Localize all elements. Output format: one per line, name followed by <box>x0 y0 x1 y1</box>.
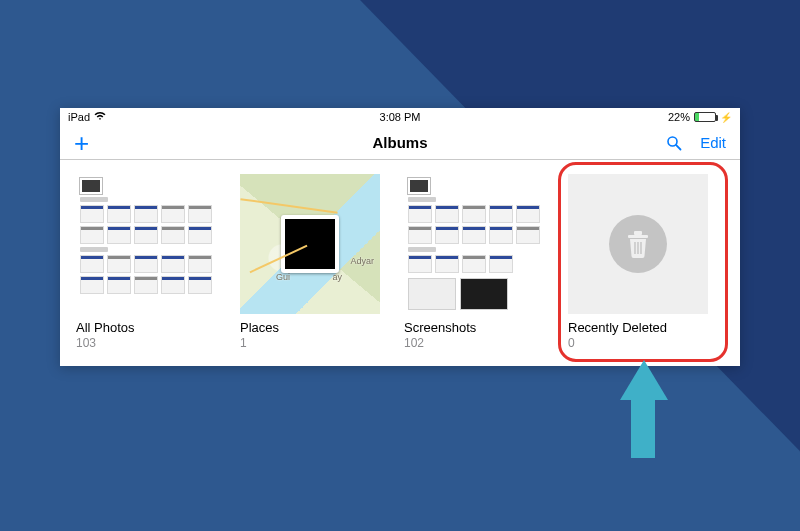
map-photo-pin <box>281 215 339 273</box>
device-name: iPad <box>68 111 90 123</box>
album-count: 1 <box>240 336 380 350</box>
album-screenshots[interactable]: Screenshots 102 <box>404 174 544 350</box>
svg-line-1 <box>676 145 680 149</box>
album-recently-deleted[interactable]: Recently Deleted 0 <box>568 174 708 350</box>
album-all-photos[interactable]: All Photos 103 <box>76 174 216 350</box>
album-thumbnail <box>76 174 216 314</box>
wifi-icon <box>94 111 106 123</box>
page-title: Albums <box>372 134 427 151</box>
trash-icon <box>609 215 667 273</box>
edit-button[interactable]: Edit <box>700 134 726 151</box>
album-label: Recently Deleted <box>568 320 708 335</box>
album-label: All Photos <box>76 320 216 335</box>
album-thumbnail: Gui ay Adyar <box>240 174 380 314</box>
nav-bar: + Albums Edit <box>60 126 740 160</box>
search-button[interactable] <box>666 135 682 151</box>
album-thumbnail <box>568 174 708 314</box>
add-album-button[interactable]: + <box>74 130 89 156</box>
device-frame: iPad 3:08 PM 22% ⚡ + Albums Edit <box>60 108 740 366</box>
album-label: Places <box>240 320 380 335</box>
album-label: Screenshots <box>404 320 544 335</box>
album-places[interactable]: Gui ay Adyar Places 1 <box>240 174 380 350</box>
status-time: 3:08 PM <box>380 111 421 123</box>
svg-rect-3 <box>634 231 642 235</box>
charging-icon: ⚡ <box>720 112 732 123</box>
svg-rect-2 <box>628 235 648 238</box>
albums-row: All Photos 103 Gui ay Adyar Places 1 <box>60 160 740 366</box>
album-thumbnail <box>404 174 544 314</box>
battery-percent: 22% <box>668 111 690 123</box>
status-bar: iPad 3:08 PM 22% ⚡ <box>60 108 740 126</box>
map-label: ay <box>332 272 342 282</box>
album-count: 102 <box>404 336 544 350</box>
album-count: 0 <box>568 336 708 350</box>
map-label: Gui <box>276 272 290 282</box>
map-label: Adyar <box>350 256 374 266</box>
battery-icon <box>694 112 716 122</box>
album-count: 103 <box>76 336 216 350</box>
